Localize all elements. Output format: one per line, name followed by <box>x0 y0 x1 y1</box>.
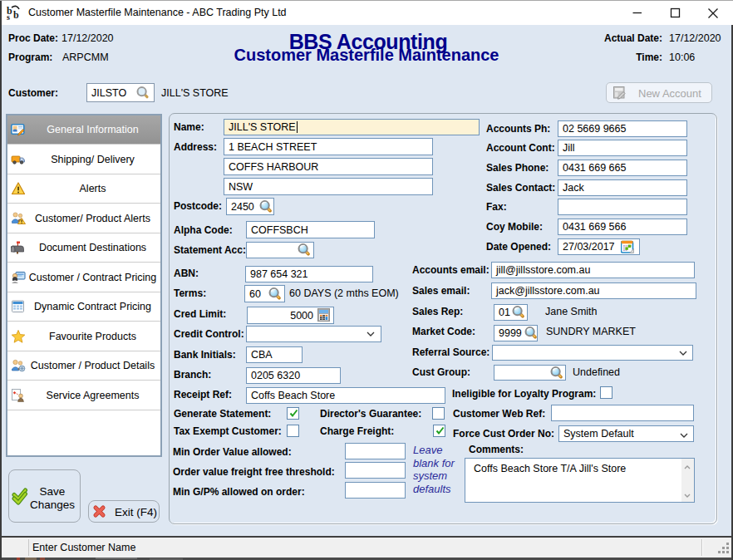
svg-text:b: b <box>13 9 19 21</box>
svg-text:s: s <box>7 12 10 21</box>
